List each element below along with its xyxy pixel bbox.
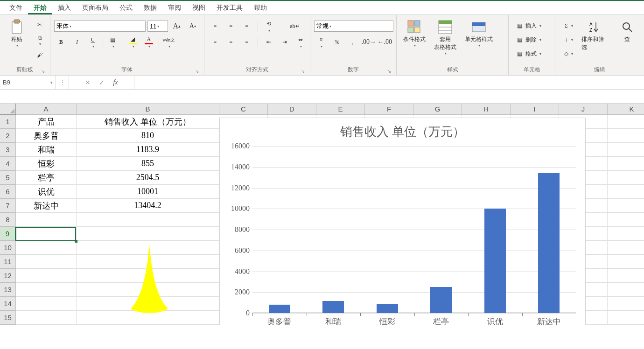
name-box[interactable]: B9▾ — [0, 76, 56, 89]
font-launcher[interactable]: ↘ — [194, 68, 200, 74]
bold-button[interactable]: B — [54, 36, 68, 48]
increase-decimal-button[interactable]: .00→ — [362, 36, 376, 48]
align-right-button[interactable]: ≡ — [240, 36, 254, 48]
cell-K11[interactable] — [608, 255, 644, 269]
cell-K9[interactable] — [608, 227, 644, 241]
fx-icon[interactable]: fx — [113, 79, 118, 86]
cell-B12[interactable] — [77, 269, 219, 283]
cell-B14[interactable] — [77, 297, 219, 311]
chart-bar[interactable] — [322, 301, 344, 313]
enter-icon[interactable]: ✓ — [99, 79, 105, 86]
phonetic-button[interactable]: wén文 — [162, 34, 176, 50]
cell-K15[interactable] — [608, 311, 644, 325]
wrap-text-button[interactable]: ab↵ — [288, 20, 302, 32]
cell-A1[interactable]: 产品 — [16, 115, 77, 129]
decrease-decimal-button[interactable]: ←.00 — [378, 36, 392, 48]
chart-bar[interactable] — [430, 287, 452, 313]
autosum-button[interactable]: Σ — [559, 20, 576, 32]
cell-K7[interactable] — [608, 199, 644, 213]
cell-B8[interactable] — [77, 213, 219, 227]
select-all-corner[interactable] — [0, 104, 16, 115]
decrease-font-button[interactable]: A▾ — [186, 20, 200, 32]
chart-bar[interactable] — [377, 304, 398, 313]
number-format-select[interactable]: 常规 — [314, 21, 393, 32]
align-top-button[interactable]: ≡ — [208, 20, 222, 32]
cell-B9[interactable] — [77, 227, 219, 241]
cell-A14[interactable] — [16, 297, 77, 311]
menu-data[interactable]: 数据 — [138, 1, 162, 14]
percent-button[interactable]: % — [330, 36, 344, 48]
table-format-button[interactable]: 套用 表格格式 — [431, 17, 459, 57]
cell-K3[interactable] — [608, 143, 644, 157]
row-header-6[interactable]: 6 — [0, 185, 16, 199]
cell-B10[interactable] — [77, 241, 219, 255]
insert-button[interactable]: ▦插入 — [512, 20, 544, 32]
border-button[interactable]: ▦ — [106, 34, 120, 50]
align-bottom-button[interactable]: ≡ — [240, 20, 254, 32]
menu-home[interactable]: 开始 — [28, 1, 52, 14]
cell-A11[interactable] — [16, 255, 77, 269]
row-header-4[interactable]: 4 — [0, 157, 16, 171]
cell-B7[interactable]: 13404.2 — [77, 199, 219, 213]
cell-B5[interactable]: 2504.5 — [77, 171, 219, 185]
formula-input[interactable] — [134, 76, 644, 89]
cell-K10[interactable] — [608, 241, 644, 255]
column-header-A[interactable]: A — [16, 104, 77, 115]
column-header-J[interactable]: J — [559, 104, 608, 115]
cell-B13[interactable] — [77, 283, 219, 297]
menu-view[interactable]: 视图 — [187, 1, 211, 14]
row-header-1[interactable]: 1 — [0, 115, 16, 129]
font-size-select[interactable]: 11 — [147, 21, 168, 32]
column-header-G[interactable]: G — [413, 104, 462, 115]
cell-K4[interactable] — [608, 157, 644, 171]
format-button[interactable]: ▦格式 — [512, 48, 544, 60]
menu-formulas[interactable]: 公式 — [114, 1, 138, 14]
cell-A9[interactable] — [16, 227, 77, 241]
orientation-button[interactable]: ⟲ — [262, 18, 276, 35]
row-header-12[interactable]: 12 — [0, 269, 16, 283]
cell-style-button[interactable]: 单元格样式 — [462, 17, 496, 49]
cell-B2[interactable]: 810 — [77, 129, 219, 143]
cell-K8[interactable] — [608, 213, 644, 227]
currency-button[interactable]: ¤ — [314, 34, 328, 50]
cell-B6[interactable]: 10001 — [77, 185, 219, 199]
cell-A4[interactable]: 恒彩 — [16, 157, 77, 171]
find-button[interactable]: 查 — [614, 17, 640, 45]
decrease-indent-button[interactable]: ⇤ — [262, 36, 276, 48]
cell-K13[interactable] — [608, 283, 644, 297]
clear-button[interactable]: ◇ — [559, 48, 576, 60]
chart-bar[interactable] — [269, 305, 290, 313]
embedded-chart[interactable]: 销售收入 单位（万元） 0200040006000800010000120001… — [219, 118, 586, 325]
increase-font-button[interactable]: A▴ — [170, 20, 184, 32]
delete-button[interactable]: ▦删除 — [512, 34, 544, 46]
row-header-14[interactable]: 14 — [0, 297, 16, 311]
comma-button[interactable]: , — [346, 36, 360, 48]
cell-A13[interactable] — [16, 283, 77, 297]
increase-indent-button[interactable]: ⇥ — [278, 36, 292, 48]
column-header-C[interactable]: C — [219, 104, 268, 115]
row-header-15[interactable]: 15 — [0, 311, 16, 325]
chart-plot-area[interactable]: 0200040006000800010000120001400016000奥多普… — [252, 146, 576, 313]
cell-A3[interactable]: 和瑞 — [16, 143, 77, 157]
number-launcher[interactable]: ↘ — [386, 68, 392, 74]
cell-A2[interactable]: 奥多普 — [16, 129, 77, 143]
cell-B4[interactable]: 855 — [77, 157, 219, 171]
menu-developer[interactable]: 开发工具 — [211, 1, 248, 14]
cell-A12[interactable] — [16, 269, 77, 283]
cell-B3[interactable]: 1183.9 — [77, 143, 219, 157]
name-box-expand[interactable]: ⋮ — [56, 76, 69, 89]
row-header-10[interactable]: 10 — [0, 241, 16, 255]
row-header-7[interactable]: 7 — [0, 199, 16, 213]
cell-A6[interactable]: 识优 — [16, 185, 77, 199]
align-launcher[interactable]: ↘ — [300, 68, 306, 74]
column-header-I[interactable]: I — [511, 104, 559, 115]
row-header-11[interactable]: 11 — [0, 255, 16, 269]
column-header-B[interactable]: B — [77, 104, 219, 115]
menu-review[interactable]: 审阅 — [162, 1, 187, 14]
cell-K6[interactable] — [608, 185, 644, 199]
cell-B11[interactable] — [77, 255, 219, 269]
column-header-E[interactable]: E — [316, 104, 365, 115]
fill-button[interactable]: ↓ — [559, 34, 576, 46]
row-header-3[interactable]: 3 — [0, 143, 16, 157]
cond-format-button[interactable]: 条件格式 — [400, 17, 428, 49]
